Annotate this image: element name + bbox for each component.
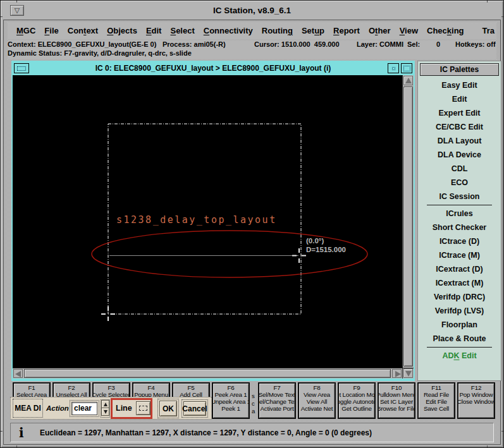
dashed-rect-icon (139, 406, 147, 411)
status-hotkeys: Hotkeys: off (455, 40, 496, 48)
line-label: Line (116, 400, 132, 417)
title-bar[interactable]: ▽ IC Station, v8.9_6.1 (3, 3, 501, 18)
status-sel-value: 0 (436, 40, 440, 48)
window-title: IC Station, v8.9_6.1 (3, 6, 501, 15)
palette-item-dla-layout[interactable]: DLA Layout (418, 134, 501, 148)
palette-item-icextract-m[interactable]: ICextract (M) (418, 276, 501, 290)
palette-separator (427, 205, 492, 205)
message-text: Euclidean = 1297, Manhattan = 1297, X di… (40, 428, 372, 437)
layout-window-minimize-icon[interactable] (388, 63, 399, 73)
window-menu-icon[interactable]: ▽ (10, 5, 24, 16)
menu-routing[interactable]: Routing (262, 26, 293, 35)
palette-item-edit[interactable]: Edit (418, 92, 501, 106)
palette-item-verifdp-drc[interactable]: Verifdp (DRC) (418, 290, 501, 304)
action-label: Action (46, 397, 69, 419)
cancel-button-wrap: Cancel (181, 399, 208, 418)
palette-item-ictrace-d[interactable]: ICtrace (D) (418, 234, 501, 248)
fkey-f12[interactable]: F12Pop WindowClose Window (457, 382, 495, 419)
scroll-left-icon[interactable] (13, 369, 23, 378)
measure-tool-label[interactable]: MEA DI (13, 399, 43, 418)
palette-item-expert-edit[interactable]: Expert Edit (418, 106, 501, 120)
menu-select[interactable]: Select (170, 26, 194, 35)
layout-canvas[interactable]: s1238_delay_top_layout (0.0°) D=1515.000 (13, 75, 402, 368)
layout-window-menu-icon[interactable] (14, 63, 29, 73)
cursor-crosshair (292, 248, 306, 263)
menu-other[interactable]: Other (369, 26, 391, 35)
status-process: Process: ami05(-R) (163, 40, 226, 48)
menu-objects[interactable]: Objects (107, 26, 137, 35)
menu-checking[interactable]: Checking (427, 26, 464, 35)
action-field-wrap: clear (70, 400, 99, 417)
ok-button-wrap: OK (157, 399, 179, 418)
palette-item-icextract-d[interactable]: ICextract (D) (418, 262, 501, 276)
distance-annotation: D=1515.000 (306, 246, 346, 253)
menu-context[interactable]: Context (68, 26, 98, 35)
palette-item-ce-cbc-edit[interactable]: CE/CBC Edit (418, 120, 501, 134)
menu-view[interactable]: View (400, 26, 418, 35)
action-input[interactable]: clear (71, 402, 97, 415)
palette-item-easy-edit[interactable]: Easy Edit (418, 78, 501, 92)
ok-button[interactable]: OK (159, 401, 177, 416)
scroll-up-icon[interactable] (403, 76, 413, 85)
palette-item-dla-device[interactable]: DLA Device (418, 148, 501, 162)
palette-item-ictrace-m[interactable]: ICtrace (M) (418, 248, 501, 262)
menu-translate[interactable]: Tra (482, 26, 495, 35)
vertical-scrollbar[interactable] (402, 75, 414, 368)
scroll-down-icon[interactable] (403, 368, 413, 378)
layout-window-title: IC 0: ELEC8900_GEFUXU_layout > ELEC8900_… (13, 62, 414, 75)
menu-report[interactable]: Report (333, 26, 360, 35)
message-bar: i Euclidean = 1297, Manhattan = 1297, X … (10, 423, 494, 442)
menu-file[interactable]: File (44, 26, 58, 35)
palette-item-place-route[interactable]: Place & Route (418, 332, 501, 346)
palette-item-ic-session[interactable]: IC Session (418, 190, 501, 203)
vertical-scroll-thumb[interactable] (403, 87, 413, 366)
line-style-button[interactable] (136, 401, 151, 415)
status-dynamic: Dynamic Status: F7-gravity, d/D-dragrule… (8, 49, 192, 57)
cancel-button[interactable]: Cancel (183, 401, 206, 416)
horizontal-scrollbar[interactable] (13, 368, 402, 378)
palette-item-eco[interactable]: ECO (418, 176, 501, 190)
layout-window: IC 0: ELEC8900_GEFUXU_layout > ELEC8900_… (11, 61, 415, 381)
palette-item-icrules[interactable]: ICrules (418, 207, 501, 221)
fkey-f7[interactable]: F7Sel/Move TextSel/Change TextActivate P… (258, 382, 296, 419)
stepper-down-icon[interactable] (101, 408, 109, 416)
scroll-right-icon[interactable] (392, 369, 402, 378)
status-cursor: Cursor: 1510.000 459.000 (254, 40, 340, 48)
measure-ellipse (92, 231, 367, 277)
fkey-f8[interactable]: F8View AreaView AllActivate Net (298, 382, 336, 419)
fkey-f11[interactable]: F11Read FileEdit FileSave Cell (417, 382, 455, 419)
action-stepper (101, 399, 110, 418)
palette-item-adk-edit[interactable]: ADK Edit (418, 349, 501, 363)
layout-canvas-graphics: s1238_delay_top_layout (0.0°) D=1515.000 (13, 75, 402, 368)
palette-header: IC Palettes (420, 63, 499, 76)
cell-name-label: s1238_delay_top_layout (116, 214, 277, 226)
fkey-modifier-letters: sca (252, 382, 258, 419)
menu-bar: MGC File Context Objects Edit Select Con… (8, 22, 496, 39)
scrollbar-corner (402, 368, 414, 378)
status-context: Context: ELEC8900_GEFUXU_layout(GE-E 0) (8, 40, 156, 48)
fkey-f9[interactable]: F9Set Location ModeToggle AutonotchGet O… (338, 382, 376, 419)
layout-window-titlebar[interactable]: IC 0: ELEC8900_GEFUXU_layout > ELEC8900_… (13, 62, 414, 75)
line-option-group: Line (111, 398, 152, 419)
menu-mgc[interactable]: MGC (16, 26, 35, 35)
status-layer: Layer: COMMI (357, 40, 403, 48)
status-sel-label: Sel: (407, 40, 420, 48)
palette-item-floorplan[interactable]: Floorplan (418, 318, 501, 332)
horizontal-scroll-thumb[interactable] (24, 369, 391, 378)
menu-setup[interactable]: Setup (302, 26, 324, 35)
fkey-f10[interactable]: F10Pulldown MenuSet IC LayerBrowse for F… (378, 382, 415, 419)
menu-edit[interactable]: Edit (146, 26, 162, 35)
app-window: ▽ IC Station, v8.9_6.1 MGC File Context … (0, 0, 504, 448)
angle-annotation: (0.0°) (306, 237, 324, 245)
palette-separator-2 (427, 347, 492, 348)
palette-item-short-checker[interactable]: Short Checker (418, 221, 501, 234)
measure-toolbar: MEA DI Action clear Line OK Cancel (10, 397, 212, 420)
palette-item-verifdp-lvs[interactable]: Verifdp (LVS) (418, 304, 501, 318)
layout-window-maximize-icon[interactable] (401, 63, 412, 73)
fkey-f6[interactable]: F6Peek Area 1Unpeek Area 1Peek 1 (212, 382, 250, 419)
ic-palettes-panel: IC Palettes Easy Edit Edit Expert Edit C… (417, 61, 501, 381)
main-content: MGC File Context Objects Edit Select Con… (3, 20, 501, 445)
menu-connectivity[interactable]: Connectivity (204, 26, 253, 35)
palette-item-cdl[interactable]: CDL (418, 162, 501, 176)
status-bar: Context: ELEC8900_GEFUXU_layout(GE-E 0) … (8, 40, 496, 59)
